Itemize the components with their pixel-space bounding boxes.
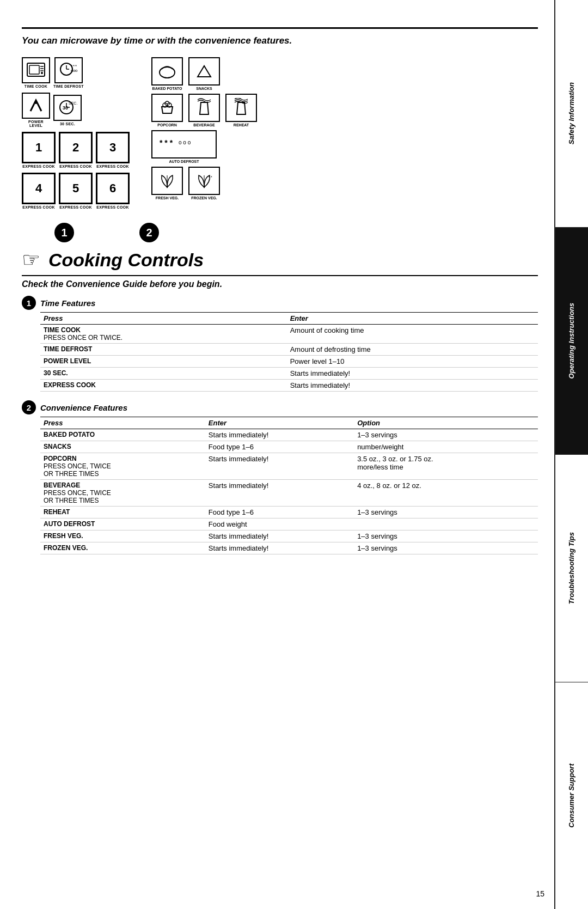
express-cook-4[interactable]: 4 xyxy=(22,173,56,204)
frozen-veg-button[interactable]: * * * xyxy=(188,167,220,195)
popcorn-enter: Starts immediately! xyxy=(205,453,354,480)
page-container: Safety Information Operating Instruction… xyxy=(0,0,588,909)
svg-rect-1 xyxy=(29,65,39,74)
fresh-veg-button[interactable] xyxy=(151,167,183,195)
time-buttons-row: TIME COOK * * * o xyxy=(22,57,130,88)
frozen-veg-label: FROZEN VEG. xyxy=(191,196,217,200)
baked-potato-item: BAKED POTATO xyxy=(151,57,183,90)
sidebar-label-operating: Operating Instructions xyxy=(567,303,576,379)
table-row: POPCORNPress once, twiceor three times S… xyxy=(40,453,538,480)
sidebar-section-consumer: Consumer Support xyxy=(555,682,588,910)
snacks-button[interactable] xyxy=(188,57,220,86)
express-3-label: EXPRESS COOK xyxy=(96,164,129,168)
power-level-button[interactable] xyxy=(22,93,50,119)
30sec-enter: Starts immediately! xyxy=(287,368,538,380)
snacks-item: SNACKS xyxy=(188,57,220,90)
table-row: BAKED POTATO Starts immediately! 1–3 ser… xyxy=(40,429,538,441)
table-row: TIME COOKPress once or twice. Amount of … xyxy=(40,325,538,344)
table-row: 30 SEC. Starts immediately! xyxy=(40,368,538,380)
conv-row-3: * * * o o o AUTO DEFROST xyxy=(151,130,257,163)
sidebar-label-troubleshooting: Troubleshooting Tips xyxy=(567,532,576,604)
table-row: SNACKS Food type 1–6 number/weight xyxy=(40,441,538,453)
time-defrost-button[interactable]: * * * o o o xyxy=(54,57,83,83)
fresh-veg-icon xyxy=(156,171,178,191)
time-cook-btn-item: TIME COOK xyxy=(22,57,50,88)
fresh-veg-option: 1–3 servings xyxy=(354,530,538,542)
convenience-features-table: Press Enter Option BAKED POTATO Starts i… xyxy=(40,417,538,554)
frozen-veg-press: FROZEN VEG. xyxy=(40,542,205,554)
table-row: REHEAT Food type 1–6 1–3 servings xyxy=(40,507,538,518)
baked-potato-label: BAKED POTATO xyxy=(152,87,182,90)
auto-defrost-enter: Food weight xyxy=(205,518,354,530)
conv-row-1: BAKED POTATO SNACKS xyxy=(151,57,257,90)
table-row: AUTO DEFROST Food weight xyxy=(40,518,538,530)
time-cook-icon xyxy=(26,61,46,80)
reheat-enter: Food type 1–6 xyxy=(205,507,354,518)
sidebar-label-consumer: Consumer Support xyxy=(567,764,576,828)
auto-defrost-icon: * * * o o o xyxy=(157,135,211,154)
popcorn-press: POPCORNPress once, twiceor three times xyxy=(40,453,205,480)
express-cook-5[interactable]: 5 xyxy=(59,173,93,204)
subheading: Check the Convenience Guide before you b… xyxy=(22,279,538,289)
snacks-icon xyxy=(193,62,215,81)
svg-text:*: * xyxy=(211,175,212,179)
frozen-veg-enter: Starts immediately! xyxy=(205,542,354,554)
30sec-btn-item: 30 SEC. 30 SEC. xyxy=(53,95,82,126)
intro-text: You can microwave by time or with the co… xyxy=(22,35,538,46)
table-row: FROZEN VEG. Starts immediately! 1–3 serv… xyxy=(40,542,538,554)
baked-potato-button[interactable] xyxy=(151,57,183,86)
fresh-veg-enter: Starts immediately! xyxy=(205,530,354,542)
conv-row-2: POPCORN BEVERAGE xyxy=(151,94,257,127)
popcorn-item: POPCORN xyxy=(151,94,183,127)
power-level-btn-item: POWERLEVEL xyxy=(22,93,50,127)
reheat-button[interactable] xyxy=(225,94,257,122)
popcorn-button[interactable] xyxy=(151,94,183,122)
time-features-table: Press Enter TIME COOKPress once or twice… xyxy=(40,312,538,392)
frozen-veg-icon: * * * xyxy=(193,171,215,191)
express-6-item: 6 EXPRESS COOK xyxy=(96,173,130,209)
controls-right: BAKED POTATO SNACKS xyxy=(151,57,257,200)
sidebar-section-safety: Safety Information xyxy=(555,0,588,228)
table-row: TIME DEFROST Amount of defrosting time xyxy=(40,344,538,356)
time-cook-label: TIME COOK xyxy=(24,84,47,88)
bubble-2: 2 xyxy=(139,223,159,242)
snacks-press: SNACKS xyxy=(40,441,205,453)
popcorn-icon xyxy=(156,98,178,118)
time-defrost-press: TIME DEFROST xyxy=(40,344,287,356)
express-row-123: 1 EXPRESS COOK 2 EXPRESS COOK 3 EXPRESS … xyxy=(22,132,130,168)
reheat-icon xyxy=(230,98,252,118)
conv-option-header: Option xyxy=(354,417,538,429)
controls-left: TIME COOK * * * o xyxy=(22,57,130,209)
bubble-1: 1 xyxy=(54,223,74,242)
popcorn-label: POPCORN xyxy=(157,123,176,127)
time-features-title: Time Features xyxy=(40,298,95,308)
power-row: POWERLEVEL 30 SEC. 30 SEC. xyxy=(22,93,130,127)
express-cook-2[interactable]: 2 xyxy=(59,132,93,163)
beverage-enter: Starts immediately! xyxy=(205,480,354,507)
beverage-button[interactable] xyxy=(188,94,220,122)
popcorn-option: 3.5 oz., 3 oz. or 1.75 oz.more/less time xyxy=(354,453,538,480)
snacks-option: number/weight xyxy=(354,441,538,453)
time-cook-button[interactable] xyxy=(22,57,50,83)
express-cook-press: EXPRESS COOK xyxy=(40,380,287,392)
svg-point-5 xyxy=(41,72,43,74)
time-defrost-enter: Amount of defrosting time xyxy=(287,344,538,356)
time-press-header: Press xyxy=(40,313,287,325)
reheat-press: REHEAT xyxy=(40,507,205,518)
time-defrost-label: TIME DEFROST xyxy=(53,84,84,88)
baked-potato-press: BAKED POTATO xyxy=(40,429,205,441)
conv-enter-header: Enter xyxy=(205,417,354,429)
30sec-button[interactable]: 30 SEC. xyxy=(53,95,82,121)
express-1-item: 1 EXPRESS COOK xyxy=(22,132,56,168)
auto-defrost-button[interactable]: * * * o o o xyxy=(151,130,217,158)
sidebar-label-safety: Safety Information xyxy=(567,82,576,144)
reheat-option: 1–3 servings xyxy=(354,507,538,518)
time-cook-press: TIME COOKPress once or twice. xyxy=(40,325,287,344)
conv-press-header: Press xyxy=(40,417,205,429)
beverage-item: BEVERAGE xyxy=(188,94,220,127)
auto-defrost-press: AUTO DEFROST xyxy=(40,518,205,530)
express-cook-6[interactable]: 6 xyxy=(96,173,130,204)
time-defrost-icon: * * * o o o xyxy=(59,61,78,80)
express-cook-1[interactable]: 1 xyxy=(22,132,56,163)
express-cook-3[interactable]: 3 xyxy=(96,132,130,163)
